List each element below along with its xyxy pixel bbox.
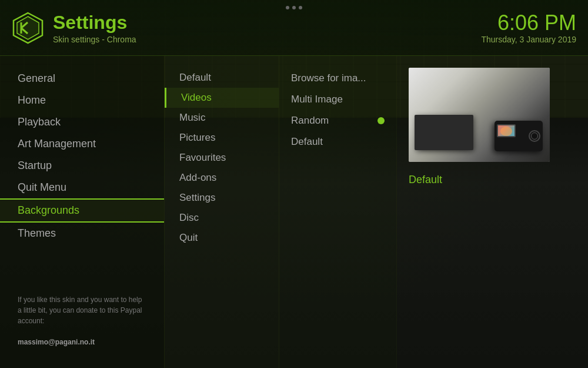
sidebar-item-playback[interactable]: Playback <box>0 111 164 133</box>
preview-label: Default <box>409 174 576 186</box>
option-random[interactable]: Random <box>279 110 396 131</box>
middle-item-disc[interactable]: Disc <box>165 208 279 228</box>
option-random-label: Random <box>291 115 329 127</box>
middle-item-favourites[interactable]: Favourites <box>165 148 279 168</box>
option-multi-image-label: Multi Image <box>291 94 343 105</box>
middle-item-pictures[interactable]: Pictures <box>165 128 279 148</box>
option-multi-image[interactable]: Multi Image <box>279 89 396 110</box>
preview-panel: Default <box>397 56 588 368</box>
dot-3 <box>299 6 302 9</box>
middle-item-default[interactable]: Default <box>165 68 279 88</box>
header-subtitle: Skin settings - Chroma <box>53 35 481 44</box>
sidebar-item-startup[interactable]: Startup <box>0 155 164 177</box>
sidebar: General Home Playback Art Management Sta… <box>0 56 165 368</box>
options-panel: Browse for ima... Multi Image Random Def… <box>279 56 397 368</box>
dot-2 <box>292 6 296 9</box>
sidebar-item-backgrounds[interactable]: Backgrounds <box>0 198 164 223</box>
header-datetime: 6:06 PM Thursday, 3 January 2019 <box>481 11 576 44</box>
header-title: Settings <box>53 11 481 34</box>
middle-item-videos[interactable]: Videos <box>165 88 279 108</box>
option-default-label: Default <box>291 136 323 148</box>
sidebar-donate: If you like this skin and you want to he… <box>0 286 164 356</box>
middle-item-settings[interactable]: Settings <box>165 188 279 208</box>
header-date: Thursday, 3 January 2019 <box>481 35 576 44</box>
donate-email: massimo@pagani.no.it <box>18 338 95 346</box>
sidebar-item-quit-menu[interactable]: Quit Menu <box>0 177 164 198</box>
dot-1 <box>286 6 289 9</box>
kodi-logo <box>12 12 44 44</box>
option-browse-label: Browse for ima... <box>291 72 366 84</box>
sidebar-item-art-management[interactable]: Art Management <box>0 133 164 155</box>
sidebar-item-general[interactable]: General <box>0 68 164 89</box>
middle-item-addons[interactable]: Add-ons <box>165 168 279 188</box>
preview-image <box>409 68 550 162</box>
option-browse[interactable]: Browse for ima... <box>279 68 396 89</box>
header-time: 6:06 PM <box>481 11 576 35</box>
middle-item-quit[interactable]: Quit <box>165 228 279 248</box>
donate-text: If you like this skin and you want to he… <box>18 296 142 325</box>
main-content: General Home Playback Art Management Sta… <box>0 56 588 368</box>
middle-item-music[interactable]: Music <box>165 108 279 128</box>
sidebar-item-home[interactable]: Home <box>0 89 164 111</box>
option-default[interactable]: Default <box>279 131 396 152</box>
header-title-block: Settings Skin settings - Chroma <box>53 11 481 44</box>
top-indicator <box>286 6 302 9</box>
sidebar-item-themes[interactable]: Themes <box>0 223 164 244</box>
middle-panel: Default Videos Music Pictures Favourites… <box>165 56 279 368</box>
option-random-selected-dot <box>377 117 385 124</box>
